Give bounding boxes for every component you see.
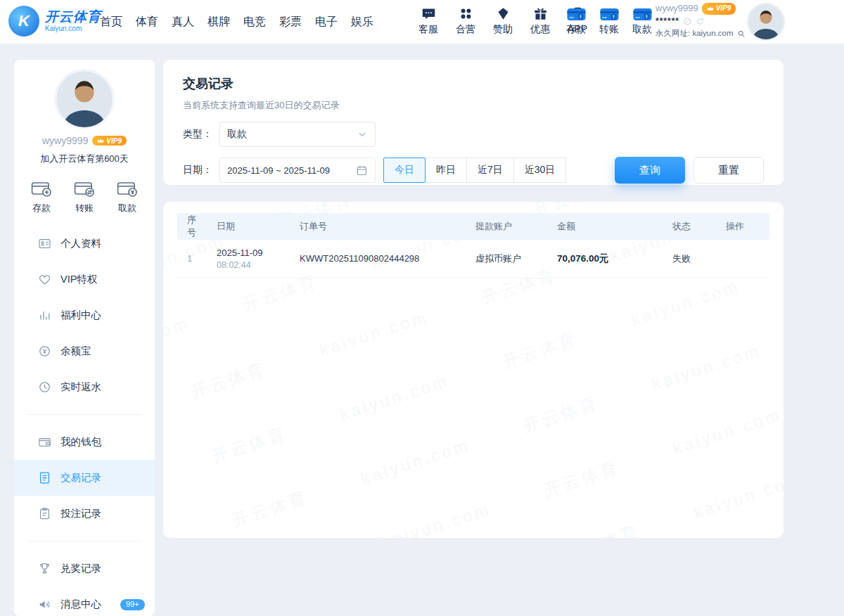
- cell-index: 1: [177, 240, 208, 278]
- header-date: 日期: [208, 213, 291, 240]
- brand-domain: Kaiyun.com: [45, 25, 101, 32]
- speaker-icon: [38, 598, 51, 611]
- chat-icon: [421, 6, 436, 21]
- eye-off-icon[interactable]: [683, 17, 692, 26]
- query-button[interactable]: 查询: [615, 157, 685, 184]
- sidebar-vip-badge: VIP9: [92, 136, 127, 146]
- brand-logo-icon: K: [8, 6, 39, 37]
- deposit-card-icon: [566, 6, 587, 23]
- sidebar-transfer-button[interactable]: 转账: [74, 179, 95, 214]
- cell-account: 虚拟币账户: [467, 240, 549, 278]
- sidebar-item-prizes[interactable]: 兑奖记录: [14, 551, 155, 586]
- menu-divider: [27, 414, 142, 415]
- topnav-wallet-actions: 存款 转账 取款: [564, 6, 654, 36]
- reset-button[interactable]: 重置: [693, 157, 764, 184]
- avatar-image: [748, 4, 784, 39]
- sidebar-deposit-button[interactable]: 存款: [31, 179, 52, 214]
- page-subtitle: 当前系统支持查询最近30日的交易记录: [183, 99, 764, 112]
- partner-grid-icon: [459, 6, 473, 21]
- member-days-text: 加入开云体育第600天: [14, 153, 155, 165]
- sidebar-withdraw-button[interactable]: 取款: [117, 179, 138, 214]
- wallet-icon: [38, 435, 51, 449]
- date-range-input[interactable]: 2025-11-09 ~ 2025-11-09: [219, 158, 376, 183]
- type-select-value: 取款: [227, 128, 247, 141]
- heart-icon: [38, 273, 51, 286]
- cell-status: 失败: [664, 240, 717, 278]
- nav-live-casino[interactable]: 真人: [172, 15, 194, 30]
- header-amount: 金额: [549, 213, 664, 240]
- table-row: 1 2025-11-09 08:02:44 KWWT20251109080244…: [177, 240, 769, 278]
- username: wywy9999: [656, 2, 698, 15]
- sidebar-quick-actions: 存款 转账 取款: [14, 179, 155, 214]
- vip-badge: VIP9: [702, 3, 736, 15]
- chevron-down-icon: [357, 129, 368, 140]
- quick-date-7days[interactable]: 近7日: [466, 158, 514, 183]
- sidebar-item-vip[interactable]: VIP特权: [14, 262, 155, 297]
- quick-date-today[interactable]: 今日: [383, 158, 426, 183]
- search-icon[interactable]: [737, 30, 746, 38]
- topnav-transfer-button[interactable]: 转账: [597, 6, 621, 36]
- brand-name: 开云体育: [45, 10, 101, 25]
- records-table-card: 开云体育 kaiyun.com 开云体育 kaiyun.com 开云体育 kai…: [163, 202, 784, 538]
- nav-sponsor[interactable]: 赞助: [490, 6, 516, 36]
- cell-order-no: KWWT202511090802444298: [291, 240, 467, 278]
- quick-date-yesterday[interactable]: 昨日: [425, 158, 467, 183]
- brand-logo[interactable]: K 开云体育 Kaiyun.com: [8, 6, 101, 37]
- nav-home[interactable]: 首页: [100, 15, 122, 30]
- quick-date-group: 今日 昨日 近7日 近30日: [384, 158, 566, 183]
- deposit-icon: [31, 179, 52, 198]
- clipboard-icon: [38, 507, 51, 520]
- nav-customer-service[interactable]: 客服: [415, 6, 442, 36]
- page-title: 交易记录: [183, 75, 764, 92]
- nav-slots[interactable]: 电子: [315, 15, 338, 30]
- cell-date: 2025-11-09 08:02:44: [208, 240, 291, 278]
- sidebar-item-wallet[interactable]: 我的钱包: [14, 424, 155, 460]
- table-header-row: 序号 日期 订单号 提款账户 金额 状态 操作: [177, 213, 769, 240]
- topnav-user-info: wywy9999 VIP9 ****** 永久网址: kaiyun.com: [656, 2, 748, 39]
- crown-icon: [707, 5, 714, 12]
- avatar[interactable]: [748, 4, 784, 39]
- type-label: 类型：: [183, 128, 219, 141]
- nav-promotions[interactable]: 优惠: [527, 6, 554, 36]
- nav-sports[interactable]: 体育: [136, 15, 158, 30]
- trophy-icon: [38, 562, 51, 575]
- header-status: 状态: [664, 213, 717, 240]
- sidebar-item-rebate[interactable]: 实时返水: [14, 369, 155, 405]
- header-operation: 操作: [717, 213, 769, 240]
- sidebar-item-bets[interactable]: 投注记录: [14, 496, 155, 532]
- header-index: 序号: [177, 213, 208, 240]
- sidebar-item-transactions[interactable]: 交易记录: [14, 460, 155, 496]
- sidebar-item-profile[interactable]: 个人资料: [14, 226, 155, 262]
- sidebar-item-yuebao[interactable]: 余额宝: [14, 333, 155, 369]
- sidebar-avatar[interactable]: [56, 71, 113, 127]
- sidebar-item-messages[interactable]: 消息中心 99+: [14, 586, 155, 616]
- bars-icon: [38, 309, 51, 322]
- sidebar-item-welfare[interactable]: 福利中心: [14, 297, 155, 333]
- withdraw-icon: [117, 179, 138, 198]
- nav-entertainment[interactable]: 娱乐: [351, 15, 373, 30]
- nav-esports[interactable]: 电竞: [243, 15, 266, 30]
- nav-partnership[interactable]: 合营: [452, 6, 479, 36]
- sidebar-username: wywy9999: [42, 135, 88, 146]
- main-nav: 首页 体育 真人 棋牌 电竞 彩票 电子 娱乐: [100, 0, 373, 44]
- menu-divider: [27, 541, 142, 541]
- sidebar-avatar-image: [56, 71, 113, 127]
- cell-operation: [717, 240, 769, 278]
- filter-card: 交易记录 当前系统支持查询最近30日的交易记录 类型： 取款 日期： 2025-…: [163, 60, 784, 185]
- header-account: 提款账户: [467, 213, 549, 240]
- date-label: 日期：: [183, 164, 219, 177]
- diamond-icon: [496, 6, 511, 21]
- quick-date-30days[interactable]: 近30日: [513, 158, 567, 183]
- topnav-deposit-button[interactable]: 存款: [564, 6, 588, 36]
- refresh-icon[interactable]: [696, 17, 705, 26]
- permanent-url: 永久网址: kaiyun.com: [656, 27, 734, 39]
- transfer-card-icon: [599, 6, 620, 23]
- type-select[interactable]: 取款: [219, 122, 376, 147]
- cell-amount: 70,076.00元: [549, 240, 664, 278]
- topnav-withdraw-button[interactable]: 取款: [630, 6, 654, 36]
- nav-chess[interactable]: 棋牌: [207, 15, 230, 30]
- nav-lottery[interactable]: 彩票: [279, 15, 302, 30]
- id-card-icon: [38, 237, 51, 250]
- gift-icon: [533, 6, 548, 21]
- date-range-value: 2025-11-09 ~ 2025-11-09: [227, 165, 330, 176]
